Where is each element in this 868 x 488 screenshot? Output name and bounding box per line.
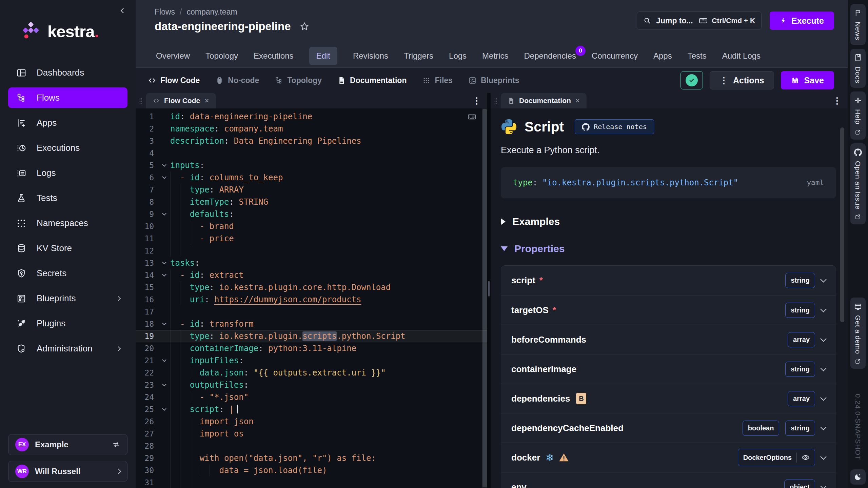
tab-dependencies[interactable]: Dependencies0: [524, 51, 576, 61]
view-topology[interactable]: Topology: [275, 76, 322, 85]
sidebar-item-logs[interactable]: Logs: [8, 163, 127, 183]
fold-chevron-icon[interactable]: [158, 269, 170, 281]
kestra-logo[interactable]: kestra.: [0, 0, 136, 41]
tab-logs[interactable]: Logs: [449, 51, 467, 61]
rail-news[interactable]: News: [850, 4, 866, 45]
code-line-28[interactable]: 28: [136, 440, 487, 452]
code-line-27[interactable]: 27import os: [136, 428, 487, 440]
code-line-14[interactable]: 14- id: extract: [136, 269, 487, 281]
tab-apps[interactable]: Apps: [653, 51, 672, 61]
fold-chevron-icon[interactable]: [158, 159, 170, 171]
code-line-6[interactable]: 6- id: columns_to_keep: [136, 171, 487, 184]
jump-to-search[interactable]: Jump to... Ctrl/Cmd + K: [637, 12, 762, 30]
code-line-19[interactable]: 19type: io.kestra.plugin.scripts.python.…: [136, 330, 487, 342]
code-line-11[interactable]: 11- price: [136, 232, 487, 245]
code-line-15[interactable]: 15type: io.kestra.plugin.core.http.Downl…: [136, 281, 487, 293]
user-menu[interactable]: WR Will Russell: [8, 461, 127, 482]
code-line-4[interactable]: 4: [136, 147, 487, 159]
sidebar-item-tests[interactable]: Tests: [8, 188, 127, 208]
type-badge-string[interactable]: string: [785, 303, 815, 318]
fold-chevron-icon[interactable]: [158, 354, 170, 367]
tab-executions[interactable]: Executions: [254, 51, 293, 61]
breadcrumb-flows[interactable]: Flows: [155, 7, 175, 17]
code-line-30[interactable]: 30data = json.load(file): [136, 464, 487, 476]
rail-docs[interactable]: Docs: [850, 49, 866, 88]
fold-chevron-icon[interactable]: [158, 171, 170, 184]
code-line-29[interactable]: 29with open("data.json", "r") as file:: [136, 452, 487, 464]
view-documentation[interactable]: Documentation: [337, 76, 407, 85]
chevron-down-icon[interactable]: [820, 276, 826, 282]
docs-scrollbar[interactable]: [840, 127, 844, 322]
fold-chevron-icon[interactable]: [158, 257, 170, 269]
pane-splitter[interactable]: [487, 93, 491, 488]
sidebar-item-executions[interactable]: Executions: [8, 138, 127, 158]
code-line-9[interactable]: 9defaults:: [136, 208, 487, 220]
sidebar-item-secrets[interactable]: Secrets: [8, 263, 127, 284]
sidebar-item-administration[interactable]: Administration: [8, 338, 127, 359]
sidebar-item-kv-store[interactable]: KV Store: [8, 238, 127, 259]
code-line-24[interactable]: 24- "*.json": [136, 391, 487, 403]
type-badge-string[interactable]: string: [785, 421, 815, 436]
code-line-13[interactable]: 13tasks:: [136, 257, 487, 269]
rail-open-an-issue[interactable]: Open an Issue: [850, 143, 866, 224]
chevron-down-icon[interactable]: [820, 365, 826, 371]
fold-chevron-icon[interactable]: [158, 403, 170, 415]
chevron-down-icon[interactable]: [820, 306, 826, 312]
type-badge-boolean[interactable]: boolean: [743, 421, 780, 436]
tab-tests[interactable]: Tests: [688, 51, 707, 61]
view-flow-code[interactable]: Flow Code: [148, 76, 200, 85]
code-line-1[interactable]: 1id: data-engineering-pipeline: [136, 110, 487, 123]
code-line-17[interactable]: 17: [136, 306, 487, 318]
tab-metrics[interactable]: Metrics: [482, 51, 508, 61]
type-badge-array[interactable]: array: [788, 391, 815, 406]
documentation-tab[interactable]: Documentation ×: [501, 93, 587, 108]
code-line-12[interactable]: 12: [136, 245, 487, 257]
properties-section-toggle[interactable]: Properties: [501, 243, 836, 255]
actions-button[interactable]: ⋮ Actions: [710, 71, 774, 89]
pane-menu-icon[interactable]: ⋮: [472, 96, 487, 106]
pane-menu-icon[interactable]: ⋮: [833, 96, 848, 106]
close-tab-icon[interactable]: ×: [575, 96, 580, 105]
execute-button[interactable]: Execute: [770, 12, 834, 30]
tab-overview[interactable]: Overview: [156, 51, 190, 61]
code-line-8[interactable]: 8itemType: STRING: [136, 196, 487, 208]
code-line-31[interactable]: 31: [136, 476, 487, 488]
sidebar-item-flows[interactable]: Flows: [8, 87, 127, 108]
release-notes-button[interactable]: Release notes: [575, 119, 654, 134]
tenant-switcher[interactable]: EX Example: [8, 434, 127, 455]
tab-revisions[interactable]: Revisions: [353, 51, 388, 61]
chevron-down-icon[interactable]: [820, 336, 826, 342]
flow-code-tab[interactable]: Flow Code ×: [146, 93, 216, 108]
code-line-2[interactable]: 2namespace: company.team: [136, 123, 487, 135]
chevron-down-icon[interactable]: [820, 394, 826, 401]
type-badge-dockeroptions[interactable]: DockerOptions: [738, 449, 815, 466]
drag-grip-icon[interactable]: [491, 93, 501, 108]
tab-audit-logs[interactable]: Audit Logs: [722, 51, 761, 61]
favorite-star-icon[interactable]: [300, 22, 309, 31]
chevron-down-icon[interactable]: [820, 483, 826, 488]
save-button[interactable]: Save: [781, 71, 834, 89]
sidebar-item-apps[interactable]: Apps: [8, 113, 127, 133]
view-blueprints[interactable]: Blueprints: [468, 76, 519, 85]
code-line-10[interactable]: 10- brand: [136, 220, 487, 232]
sidebar-item-plugins[interactable]: Plugins: [8, 313, 127, 334]
code-line-21[interactable]: 21inputFiles:: [136, 354, 487, 367]
code-line-23[interactable]: 23outputFiles:: [136, 379, 487, 391]
fold-chevron-icon[interactable]: [158, 208, 170, 220]
sidebar-item-dashboards[interactable]: Dashboards: [8, 62, 127, 83]
chevron-down-icon[interactable]: [820, 424, 826, 430]
close-tab-icon[interactable]: ×: [204, 96, 209, 105]
tab-concurrency[interactable]: Concurrency: [592, 51, 638, 61]
rail-help[interactable]: Help: [850, 92, 866, 139]
type-badge-array[interactable]: array: [788, 332, 815, 347]
type-badge-string[interactable]: string: [785, 273, 815, 288]
examples-section-toggle[interactable]: Examples: [501, 216, 836, 227]
code-line-16[interactable]: 16uri: https://dummyjson.com/products: [136, 293, 487, 306]
view-no-code[interactable]: No-code: [215, 76, 259, 85]
drag-grip-icon[interactable]: [136, 93, 146, 108]
rail-get-a-demo[interactable]: Get a demo: [850, 298, 866, 369]
tab-triggers[interactable]: Triggers: [404, 51, 433, 61]
fold-chevron-icon[interactable]: [158, 379, 170, 391]
view-files[interactable]: Files: [422, 76, 452, 85]
theme-toggle-button[interactable]: [850, 469, 866, 485]
